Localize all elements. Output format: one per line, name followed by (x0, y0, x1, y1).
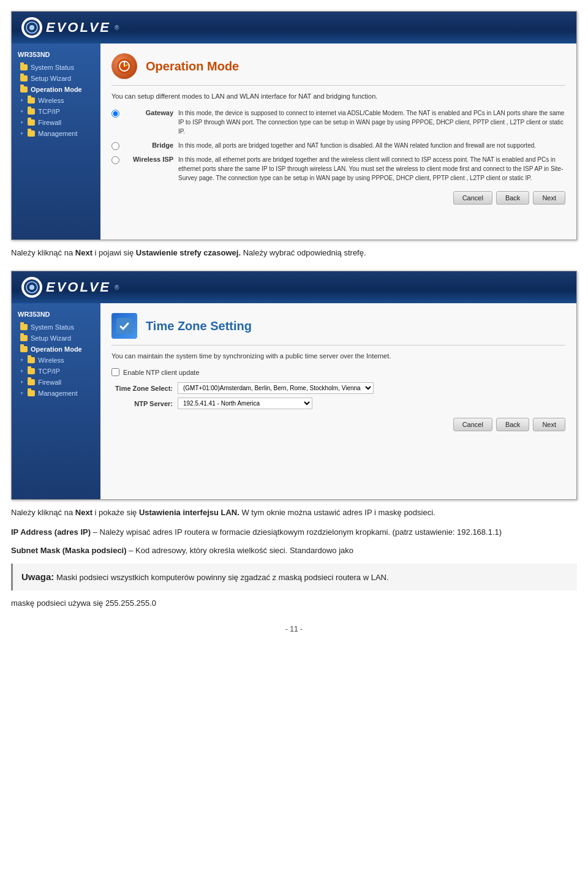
main-content-1: Operation Mode You can setup different m… (100, 43, 576, 240)
sidebar-item-management-1[interactable]: + Management (12, 128, 100, 139)
device-name-2: WR353ND (12, 308, 100, 322)
sidebar-label: Firewall (38, 379, 61, 386)
sidebar-label: Setup Wizard (31, 75, 71, 82)
folder-icon (20, 86, 28, 92)
sidebar-item-setup-wizard-1[interactable]: Setup Wizard (12, 73, 100, 84)
logo-icon-1 (21, 17, 42, 38)
tz-select-row: Time Zone Select: (GMT+01:00)Amsterdam, … (111, 382, 565, 394)
folder-icon (20, 346, 28, 352)
sidebar-label: Operation Mode (31, 86, 82, 93)
router-body-2: WR353ND System Status Setup Wizard Opera… (12, 303, 576, 499)
divider-1 (111, 85, 565, 86)
prose-section: IP Address (adres IP) – Należy wpisać ad… (11, 526, 577, 557)
ip-address-example: (patrz ustawienie: 192.168.1.1) (393, 527, 502, 537)
back-button-1[interactable]: Back (496, 191, 529, 205)
sidebar-2: WR353ND System Status Setup Wizard Opera… (12, 303, 100, 499)
ntp-checkbox-label: Enable NTP client update (123, 369, 200, 376)
cancel-button-2[interactable]: Cancel (453, 418, 492, 431)
uwaga-label: Uwaga: (21, 572, 54, 582)
caption2-text3: W tym oknie można ustawić adres IP i mas… (241, 508, 435, 517)
caption2-text2: i pokaże się (95, 508, 137, 517)
tz-select-label: Time Zone Select: (111, 385, 173, 392)
main-content-2: Time Zone Setting You can maintain the s… (100, 303, 576, 499)
back-button-2[interactable]: Back (496, 418, 529, 431)
sidebar-item-operation-mode-1[interactable]: Operation Mode (12, 84, 100, 95)
radio-desc-gateway: In this mode, the device is supposed to … (178, 108, 565, 136)
sidebar-item-system-status-1[interactable]: System Status (12, 62, 100, 73)
logo-icon-2 (21, 277, 42, 298)
svg-point-9 (29, 285, 34, 290)
sidebar-item-firewall-2[interactable]: + Firewall (12, 377, 100, 388)
sidebar-item-tcpip-2[interactable]: + TCP/IP (12, 366, 100, 377)
caption1-text2: i pojawi się (95, 248, 134, 257)
radio-label-wireless-isp: Wireless ISP (124, 155, 173, 163)
radio-gateway[interactable] (111, 110, 119, 118)
sidebar-label: Setup Wizard (31, 334, 71, 342)
sidebar-label: Wireless (38, 97, 64, 104)
radio-row-bridge: Bridge In this mode, all ports are bridg… (111, 141, 565, 150)
page-title-bar-2: Time Zone Setting (111, 313, 565, 339)
page-title-2: Time Zone Setting (146, 319, 252, 333)
sidebar-label: System Status (31, 64, 74, 71)
caption1-text1: Należy kliknąć na (11, 248, 73, 257)
expand-icon: + (20, 390, 23, 396)
router-header-2: EVOLVE® (12, 271, 576, 303)
expand-icon: + (20, 130, 23, 137)
folder-icon (20, 324, 28, 330)
subnet-mask-text: Kod adresowy, który określa wielkość sie… (135, 546, 353, 555)
ntp-enable-checkbox[interactable] (111, 368, 119, 376)
sidebar-item-firewall-1[interactable]: + Firewall (12, 117, 100, 128)
caption1-bold2: Ustawienie strefy czasowej. (136, 248, 241, 257)
expand-icon: + (20, 97, 23, 104)
ntp-server-label: NTP Server: (111, 400, 173, 407)
radio-row-wireless-isp: Wireless ISP In this mode, all ethernet … (111, 155, 565, 183)
radio-bridge[interactable] (111, 142, 119, 150)
sidebar-item-management-2[interactable]: + Management (12, 388, 100, 399)
folder-icon (28, 390, 35, 396)
sidebar-label: Wireless (38, 357, 64, 364)
next-button-1[interactable]: Next (533, 191, 565, 205)
uwaga-box: Uwaga: Maski podsieci wszystkich kompute… (11, 564, 577, 591)
caption2-bold1: Next (75, 508, 92, 517)
radio-label-bridge: Bridge (124, 141, 173, 149)
sidebar-item-tcpip-1[interactable]: + TCP/IP (12, 106, 100, 117)
sidebar-item-system-status-2[interactable]: System Status (12, 322, 100, 333)
button-row-2: Cancel Back Next (111, 418, 565, 431)
sidebar-label: TCP/IP (38, 368, 59, 375)
ip-address-text: Należy wpisać adres IP routera w formaci… (100, 527, 390, 537)
sidebar-item-setup-wizard-2[interactable]: Setup Wizard (12, 333, 100, 344)
logo-text-2: EVOLVE (46, 279, 111, 295)
folder-icon (28, 97, 35, 104)
expand-icon: + (20, 357, 23, 363)
next-button-2[interactable]: Next (533, 418, 565, 431)
logo-text-1: EVOLVE (46, 20, 111, 36)
page-desc-2: You can maintain the system time by sync… (111, 352, 565, 361)
subnet-mask-label: Subnet Mask (Maska podsieci) (11, 546, 127, 555)
sidebar-label: Management (38, 130, 77, 137)
page-title-1: Operation Mode (146, 59, 239, 74)
sidebar-label: System Status (31, 323, 74, 331)
folder-icon (20, 335, 28, 341)
radio-wireless-isp[interactable] (111, 156, 119, 164)
caption2-bold2: Ustawienia interfejsu LAN. (139, 508, 239, 517)
sidebar-item-wireless-1[interactable]: + Wireless (12, 95, 100, 106)
cancel-button-1[interactable]: Cancel (453, 191, 492, 205)
ip-address-dash: – (93, 527, 100, 537)
tz-form: Enable NTP client update Time Zone Selec… (111, 368, 565, 409)
sidebar-item-wireless-2[interactable]: + Wireless (12, 355, 100, 366)
caption-2: Należy kliknąć na Next i pokaże się Usta… (11, 506, 577, 519)
checkbox-row: Enable NTP client update (111, 368, 565, 376)
ntp-server-dropdown[interactable]: 192.5.41.41 - North America (178, 398, 312, 409)
folder-icon (28, 130, 35, 137)
folder-icon (28, 119, 35, 126)
sidebar-item-operation-mode-2[interactable]: Operation Mode (12, 344, 100, 355)
tz-select-dropdown[interactable]: (GMT+01:00)Amsterdam, Berlin, Bern, Rome… (178, 382, 374, 394)
router-panel-2: EVOLVE® WR353ND System Status Setup Wiza… (11, 271, 577, 500)
expand-icon: + (20, 379, 23, 385)
radio-desc-bridge: In this mode, all ports are bridged toge… (178, 141, 565, 150)
sidebar-label: Operation Mode (31, 345, 82, 353)
expand-icon: + (20, 368, 23, 374)
folder-icon (28, 379, 35, 385)
router-panel-1: EVOLVE® WR353ND System Status Setup Wiza… (11, 11, 577, 240)
svg-rect-10 (116, 318, 132, 334)
